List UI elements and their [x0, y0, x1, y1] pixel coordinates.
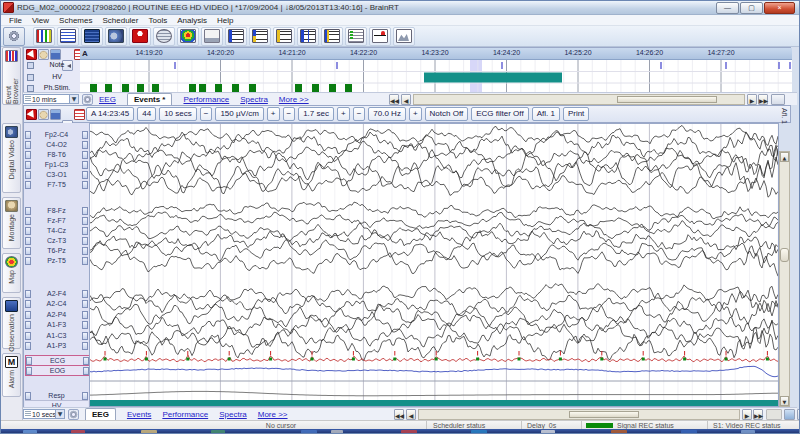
toolbar-screen-split-button[interactable] [57, 27, 79, 46]
menu-help[interactable]: Help [212, 16, 238, 25]
channel-row-a2-p4[interactable]: A2-P4 [25, 310, 88, 319]
channel-toggle-right[interactable] [82, 257, 88, 265]
toolbar-event-list-button[interactable] [345, 27, 367, 46]
sidebar-tab-montage[interactable]: Montage [2, 197, 21, 249]
eeg-v-scrollbar[interactable]: ▲ ▼ [779, 151, 790, 407]
control-150-v-cm-button[interactable]: 150 µV/cm [215, 107, 263, 121]
v-scroll-up-button[interactable]: ▲ [780, 152, 789, 162]
channel-row-fz-f7[interactable]: Fz-F7 [25, 216, 88, 225]
taskbar-item[interactable] [611, 430, 627, 434]
ecg-beat-marker[interactable] [559, 358, 562, 361]
scroll-far-right-button[interactable]: ▶▶ [758, 94, 768, 105]
event-row-toggle[interactable] [27, 74, 34, 81]
channel-row-cz-t3[interactable]: Cz-T3 [25, 236, 88, 245]
hand-icon-button[interactable] [38, 49, 49, 60]
ecg-beat-marker[interactable] [186, 358, 189, 361]
ecg-beat-marker[interactable] [228, 358, 231, 361]
channel-toggle-right[interactable] [82, 311, 88, 319]
channel-row-f8-t6[interactable]: F8-T6 [25, 150, 88, 159]
channel-row-a2-c4[interactable]: A2-C4 [25, 299, 88, 308]
channel-toggle-right[interactable] [82, 321, 88, 329]
v-scrollbar-thumb[interactable] [780, 248, 789, 262]
channel-row-pz-t5[interactable]: Pz-T5 [25, 256, 88, 265]
toolbar-trace-view-3-button[interactable] [273, 27, 295, 46]
minimize-button[interactable]: — [716, 2, 739, 14]
timeline-header[interactable]: A 14:19:2014:20:2014:21:2014:22:2014:23:… [80, 48, 792, 60]
eeg-tab-spectra[interactable]: Spectra [219, 410, 247, 419]
menu-view[interactable]: View [27, 16, 54, 25]
toolbar-report-print-button[interactable] [201, 27, 223, 46]
toolbar-trace-view-1-button[interactable] [225, 27, 247, 46]
windows-taskbar[interactable] [1, 429, 799, 434]
control--button[interactable]: − [283, 107, 296, 121]
channel-toggle-right[interactable] [82, 207, 88, 215]
taskbar-item[interactable] [71, 430, 85, 434]
event-row-toggle[interactable] [27, 62, 34, 69]
event-tab-more[interactable]: More >> [279, 95, 309, 104]
eeg-traces-svg[interactable] [90, 124, 778, 406]
channel-toggle-right[interactable] [82, 151, 88, 159]
taskbar-item[interactable] [301, 430, 317, 434]
folder-icon-button[interactable] [50, 49, 61, 60]
channel-toggle-right[interactable] [82, 290, 88, 298]
close-button[interactable]: × [764, 2, 795, 14]
channel-row-fp2-c4[interactable]: Fp2-C4 [25, 130, 88, 139]
hand-icon-button[interactable] [38, 109, 49, 120]
event-settings-gear-button[interactable] [82, 94, 93, 105]
channel-toggle-right[interactable] [82, 227, 88, 235]
event-h-scrollbar-thumb[interactable] [617, 96, 717, 103]
channel-toggle-right[interactable] [82, 300, 88, 308]
channel-toggle-right[interactable] [82, 392, 88, 400]
control--button[interactable]: − [353, 107, 366, 121]
layers-icon-button[interactable] [784, 409, 795, 420]
taskbar-item[interactable] [141, 430, 157, 434]
event-tab-spectra[interactable]: Spectra [240, 95, 268, 104]
channel-toggle-right[interactable] [82, 342, 88, 350]
eeg-tab-events[interactable]: Events [127, 410, 151, 419]
control-ecg-filter-off-button[interactable]: ECG filter Off [471, 107, 528, 121]
cursor-icon-button[interactable] [26, 109, 37, 120]
v-scroll-down-button[interactable]: ▼ [780, 396, 789, 406]
control--button[interactable]: + [337, 107, 350, 121]
taskbar-item[interactable] [23, 430, 37, 434]
channel-row-f7-t5[interactable]: F7-T5 [25, 180, 88, 189]
ecg-beat-marker[interactable] [766, 358, 769, 361]
toolbar-brain-map-button[interactable] [177, 27, 199, 46]
hv-event-bar[interactable] [424, 73, 562, 83]
channel-toggle-right[interactable] [82, 217, 88, 225]
toolbar-patient-button[interactable] [129, 27, 151, 46]
event-h-scrollbar-track[interactable] [413, 94, 745, 105]
grid-icon-button[interactable] [74, 109, 85, 120]
channel-toggle-right[interactable] [82, 171, 88, 179]
scroll-left-button[interactable]: ◀ [401, 94, 411, 105]
channel-toggle-right[interactable] [82, 247, 88, 255]
channel-toggle-right[interactable] [82, 141, 88, 149]
taskbar-item[interactable] [211, 430, 225, 434]
channel-row-a1-c3[interactable]: A1-C3 [25, 331, 88, 340]
ecg-beat-marker[interactable] [435, 358, 438, 361]
event-rows-area[interactable] [80, 60, 792, 94]
sidebar-tab-observation[interactable]: Observation [2, 297, 21, 349]
control-a-14-23-45-button[interactable]: A 14:23:45 [86, 107, 134, 121]
sidebar-tab-map[interactable]: Map [2, 253, 21, 293]
sidebar-tab-digital-video[interactable]: Digital Video [2, 123, 21, 193]
taskbar-item[interactable] [541, 430, 555, 434]
channel-row-c4-o2[interactable]: C4-O2 [25, 140, 88, 149]
menu-schemes[interactable]: Schemes [54, 16, 97, 25]
ecg-beat-marker[interactable] [642, 358, 645, 361]
scroll-far-left-button[interactable]: ◀◀ [394, 409, 404, 420]
scroll-right-button[interactable]: ▶ [742, 409, 752, 420]
toolbar-settings-button[interactable] [3, 27, 25, 46]
channel-row-a1-f3[interactable]: A1-F3 [25, 320, 88, 329]
channel-toggle-right[interactable] [82, 181, 88, 189]
channel-row-t4-cz[interactable]: T4-Cz [25, 226, 88, 235]
taskbar-item[interactable] [741, 430, 755, 434]
eeg-h-scrollbar-track[interactable] [418, 409, 740, 420]
control-70-0-hz-button[interactable]: 70.0 Hz [368, 107, 406, 121]
ecg-beat-marker[interactable] [476, 358, 479, 361]
eeg-tab-more[interactable]: More >> [258, 410, 288, 419]
control-notch-off-button[interactable]: Notch Off [425, 107, 469, 121]
control-afl-1-button[interactable]: Afl. 1 [532, 107, 560, 121]
channel-row-resp[interactable]: Resp [25, 391, 88, 400]
scroll-right-button[interactable]: ▶ [747, 94, 757, 105]
